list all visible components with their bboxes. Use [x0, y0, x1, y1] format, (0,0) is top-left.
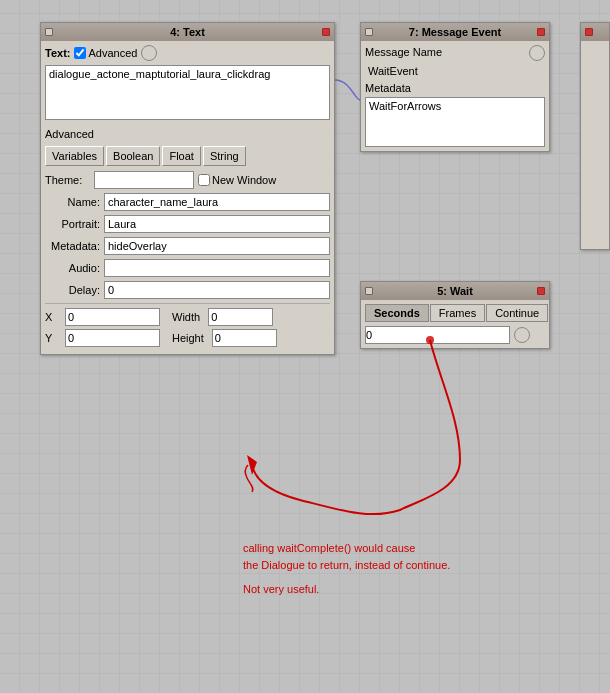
- advanced-section-label: Advanced: [45, 126, 330, 142]
- x-width-row: X Width: [45, 308, 330, 326]
- annotation-line1: calling waitComplete() would cause: [243, 540, 450, 557]
- text-field-label: Text:: [45, 47, 70, 59]
- metadata-input[interactable]: [104, 237, 330, 255]
- advanced-checkbox-container: Advanced: [74, 47, 137, 59]
- width-label: Width: [172, 311, 200, 323]
- right-panel-titlebar: [581, 23, 609, 41]
- dot-close-msg[interactable]: [537, 28, 545, 36]
- dot-wait-left: [365, 287, 373, 295]
- msg-name-value: WaitEvent: [365, 64, 421, 78]
- wait-circle-btn[interactable]: [514, 327, 530, 343]
- message-panel-titlebar: 7: Message Event: [361, 23, 549, 41]
- dot-close-right[interactable]: [585, 28, 593, 36]
- tab-continue[interactable]: Continue: [486, 304, 548, 322]
- wait-panel-titlebar: 5: Wait: [361, 282, 549, 300]
- message-panel-title: 7: Message Event: [409, 26, 501, 38]
- wait-tabs: Seconds Frames Continue: [365, 304, 545, 322]
- theme-label: Theme:: [45, 174, 90, 186]
- msg-circle-btn[interactable]: [529, 45, 545, 61]
- wait-input-row: [365, 326, 545, 344]
- text-header-row: Text: Advanced: [45, 45, 330, 61]
- svg-marker-0: [247, 455, 257, 475]
- dot-msg-left: [365, 28, 373, 36]
- dot-left: [45, 28, 53, 36]
- variables-button[interactable]: Variables: [45, 146, 104, 166]
- message-panel-body: Message Name WaitEvent Metadata WaitForA…: [361, 41, 549, 151]
- tab-frames[interactable]: Frames: [430, 304, 485, 322]
- new-window-check: New Window: [198, 174, 276, 186]
- advanced-checkbox[interactable]: [74, 47, 86, 59]
- text-panel: 4: Text Text: Advanced dialogue_actone_m…: [40, 22, 335, 355]
- wait-panel-body: Seconds Frames Continue: [361, 300, 549, 348]
- theme-row: Theme: New Window: [45, 171, 330, 189]
- dot-close-wait[interactable]: [537, 287, 545, 295]
- separator: [45, 303, 330, 304]
- right-partial-panel: [580, 22, 610, 250]
- delay-label: Delay:: [45, 284, 100, 296]
- new-window-checkbox[interactable]: [198, 174, 210, 186]
- tab-seconds[interactable]: Seconds: [365, 304, 429, 322]
- height-label: Height: [172, 332, 204, 344]
- titlebar-left-dots: [45, 28, 53, 36]
- width-input[interactable]: [208, 308, 273, 326]
- wait-panel-title: 5: Wait: [437, 285, 473, 297]
- msg-name-label: Message Name: [365, 46, 442, 58]
- msg-name-row: Message Name: [365, 45, 545, 61]
- y-input[interactable]: [65, 329, 160, 347]
- advanced-checkbox-label: Advanced: [88, 47, 137, 59]
- text-panel-titlebar: 4: Text: [41, 23, 334, 41]
- text-content-box[interactable]: dialogue_actone_maptutorial_laura_clickd…: [45, 65, 330, 120]
- x-input[interactable]: [65, 308, 160, 326]
- portrait-label: Portrait:: [45, 218, 100, 230]
- audio-input[interactable]: [104, 259, 330, 277]
- annotation-line4: Not very useful.: [243, 581, 450, 598]
- wait-panel: 5: Wait Seconds Frames Continue: [360, 281, 550, 349]
- x-label: X: [45, 311, 57, 323]
- message-panel: 7: Message Event Message Name WaitEvent …: [360, 22, 550, 152]
- delay-input[interactable]: [104, 281, 330, 299]
- annotation-line2: the Dialogue to return, instead of conti…: [243, 557, 450, 574]
- msg-value-container: WaitEvent: [365, 65, 545, 77]
- metadata-row: Metadata:: [45, 237, 330, 255]
- portrait-input[interactable]: [104, 215, 330, 233]
- right-panel-body: [581, 41, 609, 249]
- metadata-label: Metadata:: [45, 240, 100, 252]
- text-circle-btn[interactable]: [141, 45, 157, 61]
- float-button[interactable]: Float: [162, 146, 200, 166]
- string-button[interactable]: String: [203, 146, 246, 166]
- name-input[interactable]: [104, 193, 330, 211]
- new-window-label: New Window: [212, 174, 276, 186]
- msg-metadata-label: Metadata: [365, 82, 545, 94]
- boolean-button[interactable]: Boolean: [106, 146, 160, 166]
- name-label: Name:: [45, 196, 100, 208]
- delay-row: Delay:: [45, 281, 330, 299]
- y-label: Y: [45, 332, 57, 344]
- theme-input[interactable]: [94, 171, 194, 189]
- annotation-container: calling waitComplete() would cause the D…: [243, 540, 450, 598]
- msg-metadata-box[interactable]: WaitForArrows: [365, 97, 545, 147]
- audio-row: Audio:: [45, 259, 330, 277]
- height-input[interactable]: [212, 329, 277, 347]
- y-height-row: Y Height: [45, 329, 330, 347]
- wait-input[interactable]: [365, 326, 510, 344]
- audio-label: Audio:: [45, 262, 100, 274]
- text-panel-body: Text: Advanced dialogue_actone_maptutori…: [41, 41, 334, 354]
- name-row: Name:: [45, 193, 330, 211]
- button-row: Variables Boolean Float String: [45, 146, 330, 166]
- portrait-row: Portrait:: [45, 215, 330, 233]
- text-panel-title: 4: Text: [170, 26, 205, 38]
- dot-close-text[interactable]: [322, 28, 330, 36]
